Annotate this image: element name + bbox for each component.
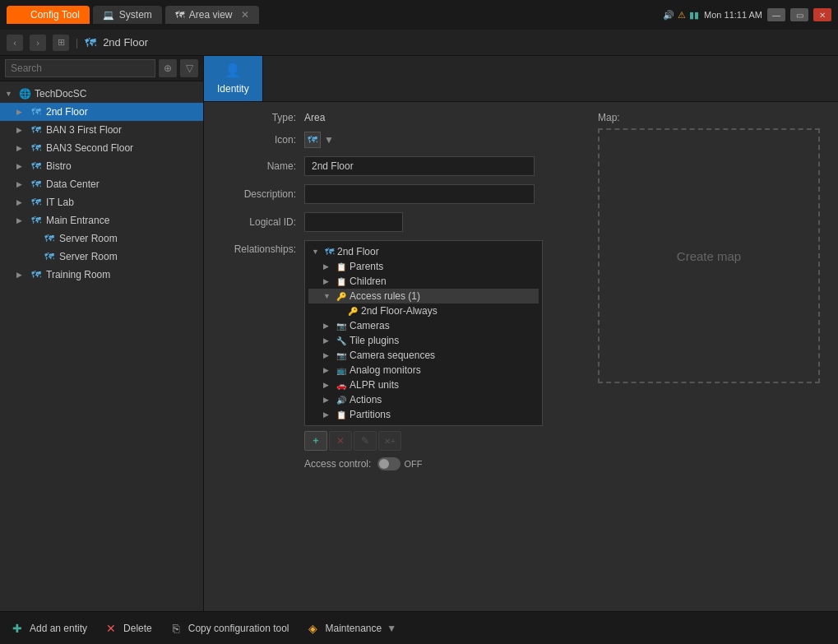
tab-identity[interactable]: 👤 Identity <box>204 56 263 101</box>
tree-item-training-room[interactable]: ▶ 🗺 Training Room <box>0 266 203 284</box>
close-button[interactable]: ✕ <box>813 8 831 21</box>
restore-button[interactable]: ▭ <box>790 8 808 21</box>
icon-selector[interactable]: 🗺 ▼ <box>304 132 334 148</box>
search-input[interactable] <box>5 59 155 77</box>
analog-monitors-icon: 📺 <box>336 366 346 375</box>
tree-item-server-room-1[interactable]: 🗺 Server Room <box>0 229 203 248</box>
config-tool-label: Config Tool <box>30 9 80 21</box>
expand-icon: ▶ <box>16 271 26 279</box>
server-room-2-icon: 🗺 <box>43 250 56 263</box>
rel-item-actions[interactable]: ▶ 🔊 Actions <box>308 392 539 407</box>
tree-item-server-room-2[interactable]: 🗺 Server Room <box>0 248 203 266</box>
toggle-state-label: OFF <box>404 459 422 469</box>
tab-system[interactable]: 💻 System <box>93 6 162 24</box>
icon-preview: 🗺 <box>304 132 321 148</box>
tree-item-it-lab[interactable]: ▶ 🗺 IT Lab <box>0 193 203 211</box>
icon-dropdown-arrow[interactable]: ▼ <box>324 134 334 146</box>
maintenance-button[interactable]: ◈ Maintenance ▼ <box>306 621 397 636</box>
techdocsc-icon: 🌐 <box>18 87 31 100</box>
close-tab-icon[interactable]: ✕ <box>241 9 249 21</box>
description-input[interactable] <box>304 184 535 204</box>
breadcrumb-bar: ‹ › ⊞ | 🗺 2nd Floor <box>0 30 838 56</box>
breadcrumb-separator: | <box>76 37 78 49</box>
tree-item-techdocsc[interactable]: ▼ 🌐 TechDocSC <box>0 85 203 103</box>
tab-area-view[interactable]: 🗺 Area view ✕ <box>165 6 259 24</box>
system-icon: 💻 <box>103 10 114 21</box>
expand-icon: ▼ <box>312 248 322 256</box>
expand-icon: ▶ <box>323 351 333 359</box>
access-control-label: Access control: <box>304 458 371 470</box>
relationships-label: Relationships: <box>214 240 304 255</box>
rel-item-children[interactable]: ▶ 📋 Children <box>308 274 539 289</box>
rel-edit-button[interactable]: ✎ <box>354 431 377 451</box>
add-entity-button[interactable]: ✚ Add an entity <box>10 621 87 636</box>
main-entrance-icon: 🗺 <box>30 214 43 227</box>
delete-icon: ✕ <box>104 621 118 636</box>
data-center-icon: 🗺 <box>30 178 43 191</box>
rel-item-tile-plugins[interactable]: ▶ 🔧 Tile plugins <box>308 333 539 348</box>
logical-id-input[interactable] <box>304 212 403 232</box>
filter-icon-button[interactable]: ▽ <box>180 59 198 77</box>
rel-toolbar: + ✕ ✎ ✕+ <box>304 431 543 451</box>
tree-label-bistro: Bistro <box>46 160 72 172</box>
right-panel: 👤 Identity Type: Area Icon: 🗺 <box>204 56 838 611</box>
rel-delete-button[interactable]: ✕ <box>329 431 352 451</box>
rel-item-root[interactable]: ▼ 🗺 2nd Floor <box>308 244 539 259</box>
taskbar: ⚙ Config Tool 💻 System 🗺 Area view ✕ 🔊 ⚠… <box>0 0 838 30</box>
rel-item-camera-sequences[interactable]: ▶ 📷 Camera sequences <box>308 348 539 363</box>
delete-button[interactable]: ✕ Delete <box>104 621 152 636</box>
rel-item-cameras[interactable]: ▶ 📷 Cameras <box>308 318 539 333</box>
alpr-icon: 🚗 <box>336 381 346 390</box>
tree-item-ban3-second[interactable]: ▶ 🗺 BAN3 Second Floor <box>0 139 203 157</box>
tree-item-bistro[interactable]: ▶ 🗺 Bistro <box>0 157 203 175</box>
rel-parents-label: Parents <box>350 261 383 272</box>
maintenance-label: Maintenance <box>326 623 382 634</box>
home-button[interactable]: ⊞ <box>53 35 69 51</box>
rel-item-access-rules[interactable]: ▼ 🔑 Access rules (1) <box>308 289 539 303</box>
expand-icon: ▶ <box>16 216 26 225</box>
actions-icon: 🔊 <box>336 396 346 405</box>
expand-icon: ▶ <box>16 108 26 116</box>
access-control-toggle[interactable]: OFF <box>377 457 422 470</box>
tree-item-data-center[interactable]: ▶ 🗺 Data Center <box>0 175 203 193</box>
delete-label: Delete <box>123 623 152 634</box>
taskbar-right: 🔊 ⚠ ▮▮ Mon 11:11 AM — ▭ ✕ <box>663 8 831 21</box>
back-button[interactable]: ‹ <box>7 35 23 51</box>
expand-icon: ▶ <box>323 381 333 389</box>
parents-icon: 📋 <box>336 262 346 271</box>
identity-tab-icon: 👤 <box>225 63 241 78</box>
area-view-icon: 🗺 <box>175 10 184 20</box>
toggle-knob <box>379 459 389 469</box>
rel-item-partitions[interactable]: ▶ 📋 Partitions <box>308 407 539 422</box>
expand-icon: ▶ <box>323 410 333 419</box>
rel-add-button[interactable]: + <box>304 431 327 451</box>
rel-always-label: 2nd Floor-Always <box>361 305 438 317</box>
name-input[interactable] <box>304 156 535 176</box>
name-label: Name: <box>214 160 304 172</box>
ban3-first-icon: 🗺 <box>30 123 43 137</box>
map-area[interactable]: Create map <box>598 128 820 383</box>
minimize-button[interactable]: — <box>767 8 785 21</box>
tree-label-it-lab: IT Lab <box>46 197 74 208</box>
toggle-circle[interactable] <box>377 457 400 470</box>
tree-item-ban3-first[interactable]: ▶ 🗺 BAN 3 First Floor <box>0 121 203 139</box>
area-icon-preview: 🗺 <box>308 134 317 146</box>
rel-item-2nd-floor-always[interactable]: 🔑 2nd Floor-Always <box>308 303 539 318</box>
copy-config-button[interactable]: ⎘ Copy configuration tool <box>169 621 289 636</box>
map-label: Map: <box>598 112 828 123</box>
tree-item-2nd-floor[interactable]: ▶ 🗺 2nd Floor <box>0 103 203 121</box>
rel-item-alpr[interactable]: ▶ 🚗 ALPR units <box>308 378 539 392</box>
tab-config-tool[interactable]: ⚙ Config Tool <box>7 6 90 24</box>
search-icon-button[interactable]: ⊕ <box>159 59 177 77</box>
tile-plugins-icon: 🔧 <box>336 336 346 345</box>
tree-item-main-entrance[interactable]: ▶ 🗺 Main Entrance <box>0 211 203 229</box>
logical-id-row: Logical ID: <box>214 212 581 232</box>
forward-button[interactable]: › <box>30 35 46 51</box>
clock: Mon 11:11 AM <box>704 10 762 20</box>
icon-row: Icon: 🗺 ▼ <box>214 132 581 148</box>
rel-item-parents[interactable]: ▶ 📋 Parents <box>308 259 539 274</box>
rel-remove-button[interactable]: ✕+ <box>378 431 401 451</box>
rel-item-analog-monitors[interactable]: ▶ 📺 Analog monitors <box>308 363 539 378</box>
partitions-icon: 📋 <box>336 410 346 419</box>
network-icon: ▮▮ <box>689 10 699 21</box>
